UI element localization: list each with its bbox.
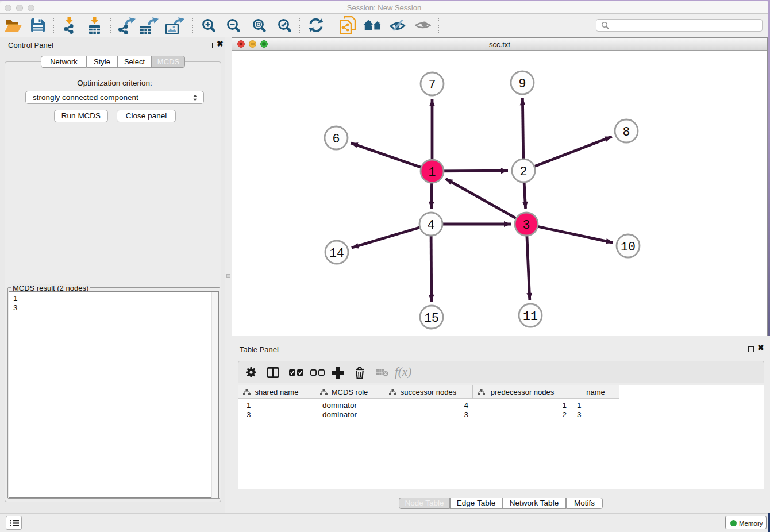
svg-text:14: 14: [329, 246, 344, 260]
svg-text:11: 11: [523, 310, 538, 323]
svg-text:4: 4: [428, 218, 435, 232]
svg-text:7: 7: [429, 78, 436, 92]
svg-text:6: 6: [333, 132, 340, 146]
svg-text:8: 8: [623, 125, 630, 139]
svg-text:10: 10: [621, 240, 636, 254]
svg-text:2: 2: [520, 165, 528, 179]
svg-text:3: 3: [523, 218, 530, 232]
svg-text:1: 1: [429, 165, 436, 179]
svg-text:9: 9: [519, 77, 526, 91]
svg-text:15: 15: [424, 311, 439, 325]
